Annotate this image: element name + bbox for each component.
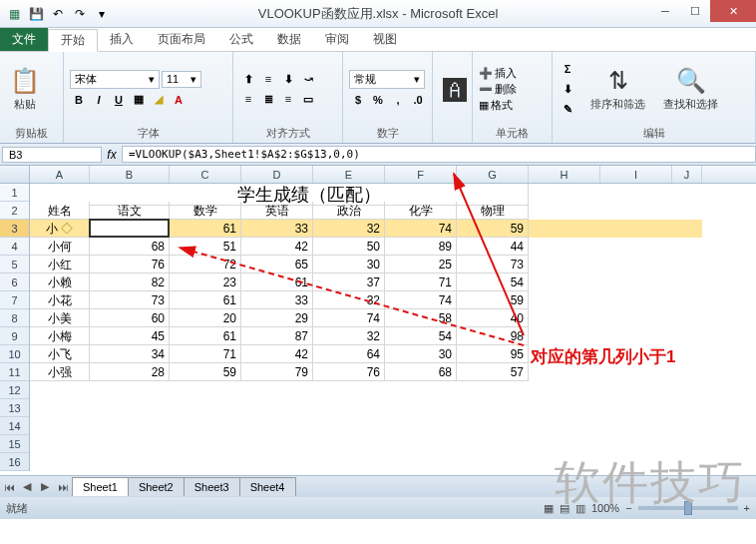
cell[interactable]: 50 <box>313 238 385 256</box>
align-middle-icon[interactable]: ≡ <box>259 70 277 88</box>
row-header[interactable]: 10 <box>0 345 29 363</box>
row-header[interactable]: 9 <box>0 327 29 345</box>
column-header[interactable]: H <box>529 166 600 183</box>
align-bottom-icon[interactable]: ⬇ <box>279 70 297 88</box>
comma-icon[interactable]: , <box>389 91 407 109</box>
cell[interactable]: 28 <box>90 363 170 381</box>
view-layout-icon[interactable]: ▤ <box>560 502 569 515</box>
cell[interactable]: 68 <box>385 363 457 381</box>
save-icon[interactable]: 💾 <box>26 4 46 24</box>
select-all-corner[interactable] <box>0 166 30 183</box>
cell[interactable]: 小飞 <box>30 345 90 363</box>
cell[interactable]: 语文 <box>90 202 170 220</box>
insert-cells-button[interactable]: ➕插入 <box>479 66 517 81</box>
cell[interactable]: 32 <box>313 327 385 345</box>
cell[interactable]: 30 <box>385 345 457 363</box>
cell[interactable]: 30 <box>313 256 385 273</box>
first-sheet-icon[interactable]: ⏮ <box>0 481 18 493</box>
cell[interactable]: 73 <box>457 256 529 273</box>
row-header[interactable]: 7 <box>0 291 29 309</box>
next-sheet-icon[interactable]: ▶ <box>36 480 54 493</box>
cell[interactable]: 42 <box>241 345 313 363</box>
minimize-button[interactable]: ─ <box>650 0 680 22</box>
zoom-in-button[interactable]: + <box>744 502 750 514</box>
cell[interactable]: 44 <box>457 238 529 256</box>
row-header[interactable]: 8 <box>0 309 29 327</box>
cell[interactable]: 72 <box>170 256 241 273</box>
view-pagebreak-icon[interactable]: ▥ <box>575 502 585 515</box>
sort-filter-button[interactable]: ⇅排序和筛选 <box>586 65 649 114</box>
zoom-level[interactable]: 100% <box>591 502 619 514</box>
cell[interactable]: 物理 <box>457 202 529 220</box>
row-header[interactable]: 11 <box>0 363 29 381</box>
sheet-tab[interactable]: Sheet1 <box>72 477 129 496</box>
cell[interactable]: 小何 <box>30 238 90 256</box>
name-box[interactable]: B3 <box>2 147 102 163</box>
cell[interactable]: 58 <box>385 309 457 327</box>
row-header[interactable]: 5 <box>0 256 29 273</box>
tab-home[interactable]: 开始 <box>48 29 98 52</box>
last-sheet-icon[interactable]: ⏭ <box>54 481 72 493</box>
cell[interactable]: 37 <box>313 273 385 291</box>
tab-insert[interactable]: 插入 <box>98 28 146 51</box>
bold-button[interactable]: B <box>70 91 88 109</box>
align-left-icon[interactable]: ≡ <box>239 90 257 108</box>
cell[interactable]: 64 <box>313 345 385 363</box>
cell[interactable]: 数学 <box>170 202 241 220</box>
cell[interactable]: 32 <box>313 220 385 238</box>
row-header[interactable]: 3 <box>0 220 29 238</box>
cell[interactable]: 政治 <box>313 202 385 220</box>
font-name-combo[interactable]: 宋体▾ <box>70 70 160 89</box>
delete-cells-button[interactable]: ➖删除 <box>479 82 517 97</box>
cell[interactable]: 23 <box>170 273 241 291</box>
align-right-icon[interactable]: ≡ <box>279 90 297 108</box>
cell[interactable]: 42 <box>241 238 313 256</box>
merge-icon[interactable]: ▭ <box>299 90 317 108</box>
cell[interactable]: 40 <box>457 309 529 327</box>
cell[interactable]: 74 <box>385 220 457 238</box>
close-button[interactable]: ✕ <box>710 0 756 22</box>
cell[interactable]: 25 <box>385 256 457 273</box>
formula-bar[interactable]: =VLOOKUP($A3,Sheet1!$A$2:$G$13,0,0) <box>122 146 756 163</box>
column-header[interactable]: A <box>30 166 90 183</box>
cell[interactable]: 61 <box>170 327 241 345</box>
autosum-icon[interactable]: Σ <box>559 60 576 78</box>
cell[interactable]: 65 <box>241 256 313 273</box>
excel-icon[interactable]: ▦ <box>4 4 24 24</box>
tab-layout[interactable]: 页面布局 <box>146 28 217 51</box>
align-top-icon[interactable]: ⬆ <box>239 70 257 88</box>
redo-icon[interactable]: ↷ <box>70 4 90 24</box>
cell[interactable]: 95 <box>457 345 529 363</box>
styles-button[interactable]: 🅰 <box>439 75 471 107</box>
cell[interactable]: 小美 <box>30 309 90 327</box>
prev-sheet-icon[interactable]: ◀ <box>18 480 36 493</box>
cell[interactable]: 20 <box>170 309 241 327</box>
cell[interactable]: 74 <box>385 291 457 309</box>
number-format-combo[interactable]: 常规▾ <box>349 70 425 89</box>
format-cells-button[interactable]: ▦格式 <box>479 98 517 113</box>
tab-review[interactable]: 审阅 <box>313 28 361 51</box>
fx-icon[interactable]: fx <box>102 148 122 162</box>
cell[interactable]: 57 <box>457 363 529 381</box>
cell[interactable]: 29 <box>241 309 313 327</box>
cell[interactable]: 71 <box>385 273 457 291</box>
cell[interactable]: 60 <box>90 309 170 327</box>
fill-color-button[interactable]: ◢ <box>150 91 168 109</box>
column-header[interactable]: D <box>241 166 313 183</box>
sheet-tab[interactable]: Sheet2 <box>128 477 185 496</box>
currency-icon[interactable]: $ <box>349 91 367 109</box>
view-normal-icon[interactable]: ▦ <box>544 502 554 515</box>
underline-button[interactable]: U <box>110 91 128 109</box>
row-header[interactable]: 2 <box>0 202 29 220</box>
zoom-slider[interactable] <box>638 506 738 510</box>
cell[interactable]: 59 <box>457 291 529 309</box>
row-header[interactable]: 13 <box>0 399 29 417</box>
cell[interactable]: 姓名 <box>30 202 90 220</box>
cell[interactable]: 34 <box>90 345 170 363</box>
paste-button[interactable]: 📋 粘贴 <box>6 65 44 114</box>
cell[interactable]: 71 <box>170 345 241 363</box>
cell[interactable]: 87 <box>241 327 313 345</box>
cell[interactable]: 小花 <box>30 291 90 309</box>
cell[interactable]: 小赖 <box>30 273 90 291</box>
percent-icon[interactable]: % <box>369 91 387 109</box>
